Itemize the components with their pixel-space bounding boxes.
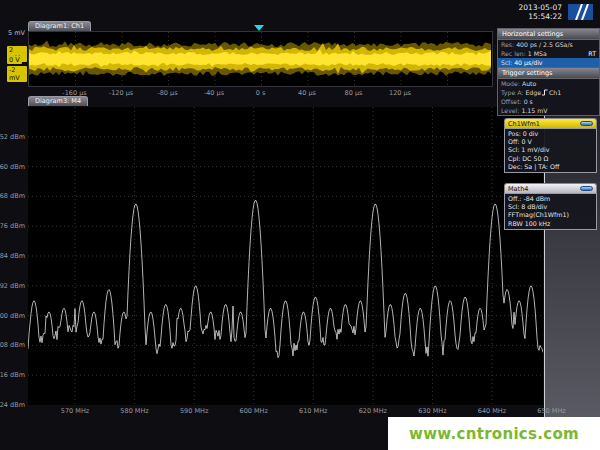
horizontal-scale-value: 40 μs/div <box>514 59 542 66</box>
date-text: 2013-05-07 <box>518 3 562 12</box>
axis-tick-label: 630 MHz <box>418 407 446 415</box>
record-length-value: 1 MSa <box>528 50 547 57</box>
horizontal-settings-header[interactable]: Horizontal settings <box>498 29 599 40</box>
ch1-detail-row: Cpl: DC 50 Ω <box>508 155 593 163</box>
watermark-text: www.cntronics.com <box>409 425 579 443</box>
oscilloscope-screen: 2013-05-07 15:54:22 Diagram1: Ch1 5 mV 2… <box>0 0 600 450</box>
axis-tick-label: -116 dBm <box>0 371 25 379</box>
resolution-label: Res: <box>501 41 514 48</box>
minimize-pill-icon[interactable] <box>580 186 593 191</box>
trigger-type-value: Edge <box>525 89 541 96</box>
trigger-mode-value: Auto <box>522 80 536 87</box>
diagram1-y-axis: 5 mV 2 mV 0 V -2 mV <box>0 31 27 91</box>
axis-tick-label: -68 dBm <box>0 192 25 200</box>
axis-tick-label: 580 MHz <box>120 407 148 415</box>
trigger-type-label: Type A: <box>501 89 523 96</box>
rs-logo-icon <box>568 4 593 20</box>
math4-box: Math4 Off.: -84 dBm Scl: 8 dB/div FFTmag… <box>504 183 597 230</box>
axis-tick-label: -124 dBm <box>0 401 25 409</box>
ch1-detail-row: Scl: 1 mV/div <box>508 146 593 154</box>
ch1-waveform-details: Pos: 0 div Off: 0 V Scl: 1 mV/div Cpl: D… <box>504 128 597 173</box>
axis-tick-label: 0 V <box>7 56 22 64</box>
axis-tick-label: 570 MHz <box>61 407 89 415</box>
axis-tick-label: 610 MHz <box>299 407 327 415</box>
axis-tick-label: -2 mV <box>7 66 27 82</box>
record-length-label: Rec len: <box>501 50 526 57</box>
trigger-offset-value: 0 s <box>524 98 533 105</box>
ch1-waveform-tab[interactable]: Ch1Wfm1 <box>504 118 597 128</box>
axis-tick-label: 120 μs <box>389 89 411 97</box>
trigger-mode-row[interactable]: Mode:Auto <box>498 79 599 88</box>
math4-detail-row: FFTmag(Ch1Wfm1) <box>508 211 593 219</box>
axis-tick-label: 600 MHz <box>240 407 268 415</box>
axis-tick-label: 620 MHz <box>359 407 387 415</box>
diagram1-x-axis: -160 μs-120 μs-80 μs-40 μs0 s40 μs80 μs1… <box>28 89 503 98</box>
axis-tick-label: -100 dBm <box>0 312 25 320</box>
math4-tab[interactable]: Math4 <box>504 183 597 193</box>
math4-tab-label: Math4 <box>508 185 528 193</box>
axis-tick-label: -52 dBm <box>0 133 25 141</box>
ch1-detail-row: Dec: Sa | TA: Off <box>508 163 593 171</box>
record-length-row[interactable]: Rec len:1 MSa RT <box>498 49 599 58</box>
ch1-waveform-tab-label: Ch1Wfm1 <box>508 120 540 128</box>
axis-tick-label: 80 μs <box>345 89 363 97</box>
axis-tick-label: -60 dBm <box>0 163 25 171</box>
trigger-position-marker-icon[interactable] <box>254 25 264 31</box>
axis-tick-label: 40 μs <box>298 89 316 97</box>
horizontal-settings-panel: Horizontal settings Res:400 ps / 2.5 GSa… <box>497 28 600 68</box>
math4-details: Off.: -84 dBm Scl: 8 dB/div FFTmag(Ch1Wf… <box>504 193 597 230</box>
trigger-offset-label: Offset: <box>501 98 522 105</box>
horizontal-scale-label: Scl: <box>501 59 512 66</box>
datetime-display: 2013-05-07 15:54:22 <box>518 3 562 21</box>
tab-diagram1[interactable]: Diagram1: Ch1 <box>28 21 91 31</box>
rising-edge-icon <box>542 89 548 97</box>
time-text: 15:54:22 <box>518 12 562 21</box>
math4-spectrum-trace <box>28 107 543 405</box>
trigger-source-value: Ch1 <box>549 89 561 96</box>
ch1-detail-row: Off: 0 V <box>508 138 593 146</box>
axis-tick-label: -76 dBm <box>0 222 25 230</box>
trigger-level-label: Level: <box>501 107 519 114</box>
tab-diagram3[interactable]: Diagram3: M4 <box>28 96 88 106</box>
realtime-badge: RT <box>588 49 596 58</box>
horizontal-scale-row[interactable]: Scl:40 μs/div <box>498 58 599 67</box>
watermark-box: www.cntronics.com <box>388 417 600 450</box>
ch1-waveform-box: Ch1Wfm1 Pos: 0 div Off: 0 V Scl: 1 mV/di… <box>504 118 597 173</box>
resolution-row[interactable]: Res:400 ps / 2.5 GSa/s <box>498 40 599 49</box>
ch1-detail-row: Pos: 0 div <box>508 130 593 138</box>
diagram3-y-axis: -52 dBm-60 dBm-68 dBm-76 dBm-84 dBm-92 d… <box>0 107 27 409</box>
axis-tick-label: -80 μs <box>157 89 177 97</box>
trigger-mode-label: Mode: <box>501 80 520 87</box>
axis-tick-label: 650 MHz <box>537 407 565 415</box>
diagram3-plot[interactable] <box>28 107 543 405</box>
axis-tick-label: 5 mV <box>8 29 25 37</box>
axis-tick-label: -84 dBm <box>0 252 25 260</box>
diagram3-x-axis: 570 MHz580 MHz590 MHz600 MHz610 MHz620 M… <box>28 407 593 416</box>
axis-tick-label: 0 s <box>256 89 266 97</box>
trigger-type-row[interactable]: Type A:EdgeCh1 <box>498 88 599 97</box>
axis-tick-label: -108 dBm <box>0 341 25 349</box>
axis-tick-label: -40 μs <box>204 89 224 97</box>
ch1-waveform-trace <box>29 32 492 86</box>
resolution-value: 400 ps / 2.5 GSa/s <box>516 41 573 48</box>
math4-detail-row: Off.: -84 dBm <box>508 195 593 203</box>
axis-tick-label: 590 MHz <box>180 407 208 415</box>
trigger-level-row[interactable]: Level:1.15 mV <box>498 106 599 115</box>
minimize-pill-icon[interactable] <box>580 121 593 126</box>
trigger-level-value: 1.15 mV <box>521 107 547 114</box>
trigger-settings-panel: Trigger settings Mode:Auto Type A:EdgeCh… <box>497 67 600 116</box>
axis-tick-label: -92 dBm <box>0 282 25 290</box>
trigger-offset-row[interactable]: Offset:0 s <box>498 97 599 106</box>
math4-detail-row: RBW 100 kHz <box>508 220 593 228</box>
math4-detail-row: Scl: 8 dB/div <box>508 203 593 211</box>
axis-tick-label: 640 MHz <box>478 407 506 415</box>
diagram1-plot[interactable] <box>28 31 493 87</box>
trigger-settings-header[interactable]: Trigger settings <box>498 68 599 79</box>
axis-tick-label: -120 μs <box>109 89 133 97</box>
